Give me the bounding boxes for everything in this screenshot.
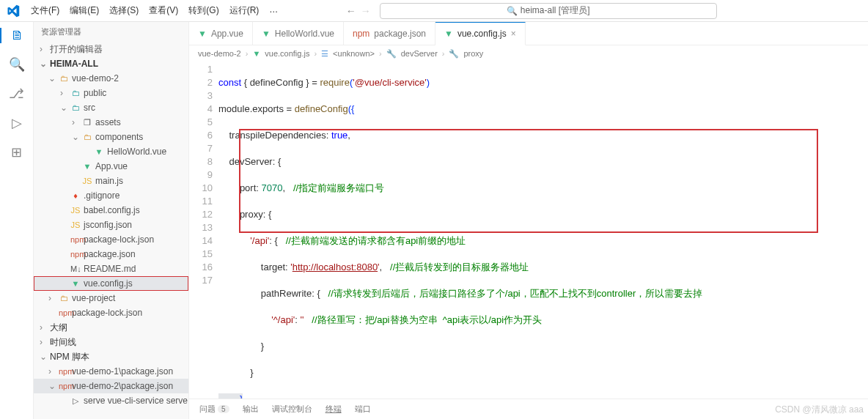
vue-icon: ▼ [252,49,260,58]
menu-goto[interactable]: 转到(G) [184,1,223,20]
npm-serve[interactable]: ▷serve vue-cli-service serve [34,393,188,408]
md-icon: M↓ [70,264,81,273]
npm-icon: npm [59,367,69,376]
activity-scm-icon[interactable]: ⎇ [9,86,24,102]
activity-debug-icon[interactable]: ▷ [12,115,22,131]
menu-run[interactable]: 运行(R) [225,1,264,20]
panel-debug[interactable]: 调试控制台 [272,404,312,415]
workspace-root[interactable]: ⌄HEIMA-ALL [34,56,188,71]
file-gitignore[interactable]: ♦.gitignore [34,188,188,203]
tab-vueconfig[interactable]: ▼vue.config.js× [435,22,526,45]
menu-select[interactable]: 选择(S) [105,1,143,20]
menu-view[interactable]: 查看(V) [144,1,183,20]
file-pkglock[interactable]: npmpackage-lock.json [34,232,188,247]
breadcrumb[interactable]: vue-demo-2› ▼vue.config.js› ☰<unknown>› … [189,45,868,62]
tab-pkg[interactable]: npmpackage.json [344,22,435,45]
folder-icon: 🗀 [70,103,81,112]
folder-icon: 🗀 [59,74,69,83]
vue-icon: ▼ [94,147,104,156]
npm-icon: npm [353,29,369,39]
search-label: heima-all [管理员] [521,4,590,17]
vue-icon: ▼ [198,29,207,39]
file-vueconfig[interactable]: ▼vue.config.js [34,276,188,291]
activity-bar: 🗎 🔍 ⎇ ▷ ⊞ [0,22,34,419]
panel-tabs: 问题 5 输出 调试控制台 终端 端口 [189,398,868,419]
file-app[interactable]: ▼App.vue [34,159,188,174]
tab-app[interactable]: ▼App.vue [189,22,253,45]
play-icon: ▷ [70,396,81,406]
search-icon: 🔍 [507,6,518,16]
line-gutter: 1234567891011121314151617 [189,62,218,398]
open-editors-section[interactable]: ›打开的编辑器 [34,42,188,56]
vue-icon: ▼ [70,279,81,288]
npm-icon: npm [59,382,69,390]
panel-problems[interactable]: 问题 5 [199,404,229,415]
timeline-section[interactable]: ›时间线 [34,335,188,349]
folder-public[interactable]: ›🗀public [34,86,188,100]
file-pkglock2[interactable]: npmpackage-lock.json [34,305,188,320]
close-icon[interactable]: × [511,29,516,39]
folder-icon: 🗀 [70,89,81,97]
vue-icon: ▼ [262,29,271,39]
menu-file[interactable]: 文件(F) [26,1,64,20]
folder-src[interactable]: ⌄🗀src [34,100,188,115]
folder-icon: 🗀 [82,133,92,141]
menu-more[interactable]: … [265,1,282,20]
folder-vue-project[interactable]: ›🗀vue-project [34,291,188,305]
outline-section[interactable]: ›大纲 [34,320,188,335]
vue-icon: ▼ [82,162,92,171]
watermark: CSDN @清风微凉 aaa [775,404,864,416]
tab-hello[interactable]: ▼HelloWorld.vue [253,22,344,45]
code-content[interactable]: const { defineConfig } = require('@vue/c… [218,62,868,398]
editor-area: ▼App.vue ▼HelloWorld.vue npmpackage.json… [189,22,868,419]
file-babel[interactable]: JSbabel.config.js [34,203,188,218]
nav-forward-icon[interactable]: → [361,5,371,17]
vscode-logo-icon [0,4,26,18]
code-editor[interactable]: 1234567891011121314151617 const { define… [189,62,868,398]
title-bar: 文件(F) 编辑(E) 选择(S) 查看(V) 转到(G) 运行(R) … ← … [0,0,868,22]
cube-icon: ❐ [82,118,92,127]
file-main[interactable]: JSmain.js [34,174,188,188]
nav-arrows: ← → [346,5,371,17]
file-pkg[interactable]: npmpackage.json [34,247,188,262]
file-jsconfig[interactable]: JSjsconfig.json [34,218,188,232]
panel-output[interactable]: 输出 [243,404,259,415]
js-icon: JS [82,177,92,185]
folder-components[interactable]: ⌄🗀components [34,130,188,144]
folder-vue-demo-2[interactable]: ⌄🗀vue-demo-2 [34,71,188,86]
folder-icon: 🗀 [59,294,69,303]
git-icon: ♦ [70,191,81,200]
explorer-sidebar: 资源管理器 ›打开的编辑器 ⌄HEIMA-ALL ⌄🗀vue-demo-2 ›🗀… [34,22,189,419]
file-helloworld[interactable]: ▼HelloWorld.vue [34,144,188,159]
npm-icon: npm [70,250,81,259]
npm-icon: npm [59,308,69,317]
npm-pkg1[interactable]: ›npmvue-demo-1\package.json [34,364,188,379]
panel-terminal[interactable]: 终端 [326,404,342,415]
js-icon: JS [70,206,81,215]
npm-pkg2[interactable]: ⌄npmvue-demo-2\package.json [34,379,188,393]
explorer-title: 资源管理器 [34,22,188,42]
nav-back-icon[interactable]: ← [346,5,356,17]
npm-scripts-section[interactable]: ⌄NPM 脚本 [34,349,188,364]
activity-extensions-icon[interactable]: ⊞ [11,144,22,160]
file-readme[interactable]: M↓README.md [34,262,188,276]
js-icon: JS [70,220,81,229]
folder-assets[interactable]: ›❐assets [34,115,188,130]
menu-edit[interactable]: 编辑(E) [65,1,103,20]
activity-explorer-icon[interactable]: 🗎 [0,28,33,43]
vue-icon: ▼ [444,29,453,39]
editor-tabs: ▼App.vue ▼HelloWorld.vue npmpackage.json… [189,22,868,45]
activity-search-icon[interactable]: 🔍 [9,56,25,73]
panel-ports[interactable]: 端口 [355,404,371,415]
npm-icon: npm [70,235,81,244]
menu-bar: 文件(F) 编辑(E) 选择(S) 查看(V) 转到(G) 运行(R) … [26,1,282,20]
command-center[interactable]: 🔍 heima-all [管理员] [380,3,717,19]
